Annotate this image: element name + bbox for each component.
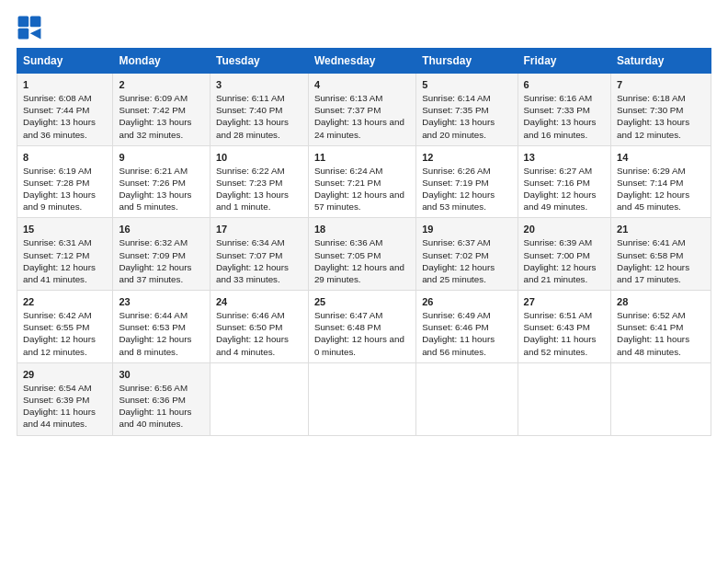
day-cell: 1Sunrise: 6:08 AMSunset: 7:44 PMDaylight… xyxy=(17,74,113,146)
day-cell: 19Sunrise: 6:37 AMSunset: 7:02 PMDayligh… xyxy=(416,218,518,291)
header xyxy=(17,15,711,40)
svg-rect-0 xyxy=(18,17,29,28)
day-cell: 27Sunrise: 6:51 AMSunset: 6:43 PMDayligh… xyxy=(518,291,611,363)
day-cell: 12Sunrise: 6:26 AMSunset: 7:19 PMDayligh… xyxy=(416,145,518,218)
day-cell: 5Sunrise: 6:14 AMSunset: 7:35 PMDaylight… xyxy=(416,74,518,146)
logo-icon xyxy=(17,15,42,40)
col-header-friday: Friday xyxy=(518,49,611,74)
logo xyxy=(17,15,44,40)
day-cell: 2Sunrise: 6:09 AMSunset: 7:42 PMDaylight… xyxy=(113,74,210,146)
day-cell: 9Sunrise: 6:21 AMSunset: 7:26 PMDaylight… xyxy=(113,145,210,218)
day-cell xyxy=(611,362,711,435)
svg-marker-3 xyxy=(30,29,41,40)
day-cell: 11Sunrise: 6:24 AMSunset: 7:21 PMDayligh… xyxy=(308,145,415,218)
day-cell: 14Sunrise: 6:29 AMSunset: 7:14 PMDayligh… xyxy=(611,145,711,218)
day-cell: 3Sunrise: 6:11 AMSunset: 7:40 PMDaylight… xyxy=(210,74,308,146)
day-cell: 26Sunrise: 6:49 AMSunset: 6:46 PMDayligh… xyxy=(416,291,518,363)
day-cell: 20Sunrise: 6:39 AMSunset: 7:00 PMDayligh… xyxy=(518,218,611,291)
day-cell: 15Sunrise: 6:31 AMSunset: 7:12 PMDayligh… xyxy=(17,218,113,291)
col-header-sunday: Sunday xyxy=(17,49,113,74)
day-cell: 30Sunrise: 6:56 AMSunset: 6:36 PMDayligh… xyxy=(113,362,210,435)
calendar-table: SundayMondayTuesdayWednesdayThursdayFrid… xyxy=(17,48,711,436)
day-cell: 8Sunrise: 6:19 AMSunset: 7:28 PMDaylight… xyxy=(17,145,113,218)
day-cell xyxy=(308,362,415,435)
week-row-3: 15Sunrise: 6:31 AMSunset: 7:12 PMDayligh… xyxy=(17,218,711,291)
page: SundayMondayTuesdayWednesdayThursdayFrid… xyxy=(0,0,728,445)
col-header-monday: Monday xyxy=(113,49,210,74)
day-cell: 17Sunrise: 6:34 AMSunset: 7:07 PMDayligh… xyxy=(210,218,308,291)
day-cell: 24Sunrise: 6:46 AMSunset: 6:50 PMDayligh… xyxy=(210,291,308,363)
col-header-thursday: Thursday xyxy=(416,49,518,74)
day-cell: 28Sunrise: 6:52 AMSunset: 6:41 PMDayligh… xyxy=(611,291,711,363)
col-header-wednesday: Wednesday xyxy=(308,49,415,74)
day-cell: 6Sunrise: 6:16 AMSunset: 7:33 PMDaylight… xyxy=(518,74,611,146)
day-cell: 16Sunrise: 6:32 AMSunset: 7:09 PMDayligh… xyxy=(113,218,210,291)
col-header-tuesday: Tuesday xyxy=(210,49,308,74)
day-cell: 10Sunrise: 6:22 AMSunset: 7:23 PMDayligh… xyxy=(210,145,308,218)
header-row: SundayMondayTuesdayWednesdayThursdayFrid… xyxy=(17,49,711,74)
week-row-2: 8Sunrise: 6:19 AMSunset: 7:28 PMDaylight… xyxy=(17,145,711,218)
day-cell: 13Sunrise: 6:27 AMSunset: 7:16 PMDayligh… xyxy=(518,145,611,218)
day-cell xyxy=(210,362,308,435)
col-header-saturday: Saturday xyxy=(611,49,711,74)
day-cell: 22Sunrise: 6:42 AMSunset: 6:55 PMDayligh… xyxy=(17,291,113,363)
day-cell: 23Sunrise: 6:44 AMSunset: 6:53 PMDayligh… xyxy=(113,291,210,363)
day-cell: 4Sunrise: 6:13 AMSunset: 7:37 PMDaylight… xyxy=(308,74,415,146)
svg-rect-1 xyxy=(30,17,41,28)
day-cell: 25Sunrise: 6:47 AMSunset: 6:48 PMDayligh… xyxy=(308,291,415,363)
day-cell: 29Sunrise: 6:54 AMSunset: 6:39 PMDayligh… xyxy=(17,362,113,435)
day-cell: 7Sunrise: 6:18 AMSunset: 7:30 PMDaylight… xyxy=(611,74,711,146)
day-cell: 18Sunrise: 6:36 AMSunset: 7:05 PMDayligh… xyxy=(308,218,415,291)
week-row-4: 22Sunrise: 6:42 AMSunset: 6:55 PMDayligh… xyxy=(17,291,711,363)
day-cell: 21Sunrise: 6:41 AMSunset: 6:58 PMDayligh… xyxy=(611,218,711,291)
week-row-5: 29Sunrise: 6:54 AMSunset: 6:39 PMDayligh… xyxy=(17,362,711,435)
svg-rect-2 xyxy=(18,29,29,40)
day-cell xyxy=(518,362,611,435)
day-cell xyxy=(416,362,518,435)
week-row-1: 1Sunrise: 6:08 AMSunset: 7:44 PMDaylight… xyxy=(17,74,711,146)
